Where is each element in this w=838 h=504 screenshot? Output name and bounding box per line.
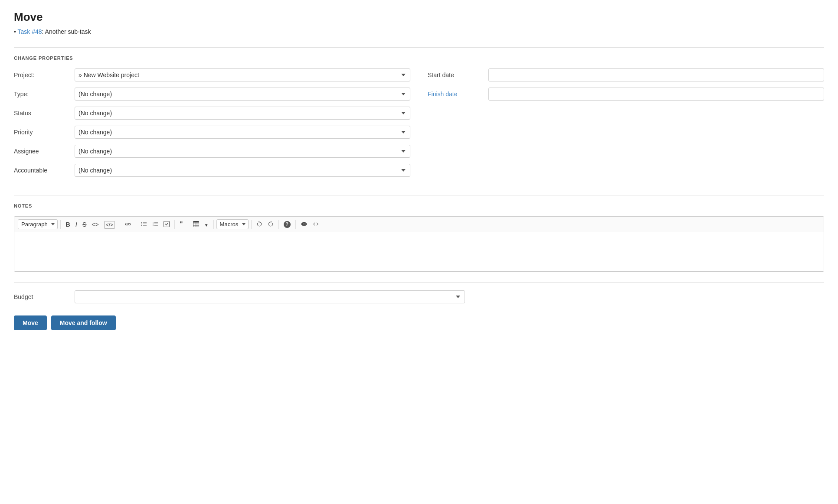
unordered-list-button[interactable] bbox=[139, 220, 149, 229]
priority-label: Priority bbox=[14, 129, 75, 136]
project-label: Project: bbox=[14, 72, 75, 78]
start-date-label: Start date bbox=[428, 72, 488, 78]
undo-icon bbox=[256, 221, 262, 228]
toolbar-sep-8 bbox=[278, 220, 279, 229]
section-divider bbox=[14, 47, 824, 48]
table-button[interactable] bbox=[191, 220, 201, 229]
budget-select[interactable] bbox=[75, 290, 465, 303]
code-block-button[interactable]: </> bbox=[102, 220, 117, 229]
table-icon bbox=[193, 221, 199, 228]
priority-field-row: Priority (No change) bbox=[14, 126, 410, 139]
assignee-select[interactable]: (No change) bbox=[75, 145, 410, 158]
accountable-control: (No change) bbox=[75, 164, 410, 177]
change-properties-section: CHANGE PROPERTIES Project: » New Website… bbox=[14, 55, 824, 183]
strikethrough-icon: S bbox=[82, 221, 86, 228]
start-date-input[interactable] bbox=[488, 68, 824, 81]
change-properties-header: CHANGE PROPERTIES bbox=[14, 55, 824, 61]
toolbar-sep-5 bbox=[188, 220, 188, 229]
assignee-control: (No change) bbox=[75, 145, 410, 158]
type-control: (No change) bbox=[75, 88, 410, 101]
notes-editor: Paragraph Heading 1 Heading 2 Heading 3 … bbox=[14, 216, 824, 272]
priority-select[interactable]: (No change) bbox=[75, 126, 410, 139]
right-column: Start date Finish date bbox=[428, 68, 824, 183]
source-icon bbox=[313, 221, 319, 228]
start-date-field-row: Start date bbox=[428, 68, 824, 81]
checklist-icon bbox=[164, 221, 170, 228]
toolbar-sep-6 bbox=[213, 220, 214, 229]
status-control: (No change) bbox=[75, 107, 410, 120]
assignee-label: Assignee bbox=[14, 148, 75, 155]
checklist-button[interactable] bbox=[161, 220, 172, 229]
ordered-list-button[interactable] bbox=[150, 220, 160, 229]
move-button[interactable]: Move bbox=[14, 315, 47, 330]
budget-row: Budget bbox=[14, 290, 824, 303]
code-inline-icon: <> bbox=[92, 221, 98, 228]
preview-button[interactable] bbox=[298, 220, 310, 229]
preview-icon bbox=[301, 221, 308, 228]
blockquote-button[interactable]: " bbox=[177, 220, 185, 229]
notes-divider bbox=[14, 195, 824, 195]
notes-header: NOTES bbox=[14, 203, 824, 208]
accountable-field-row: Accountable (No change) bbox=[14, 164, 410, 177]
status-label: Status bbox=[14, 110, 75, 117]
budget-label: Budget bbox=[14, 293, 75, 300]
toolbar-sep-3 bbox=[136, 220, 136, 229]
action-buttons: Move Move and follow bbox=[14, 315, 824, 330]
project-select[interactable]: » New Website project bbox=[75, 68, 410, 81]
code-inline-button[interactable]: <> bbox=[89, 220, 101, 229]
notes-editor-body[interactable] bbox=[14, 232, 824, 271]
type-select[interactable]: (No change) bbox=[75, 88, 410, 101]
blockquote-icon: " bbox=[180, 221, 183, 228]
toolbar-sep-7 bbox=[251, 220, 252, 229]
notes-section: NOTES Paragraph Heading 1 Heading 2 Head… bbox=[14, 203, 824, 272]
undo-button[interactable] bbox=[254, 220, 265, 229]
help-icon: ? bbox=[284, 221, 291, 228]
redo-button[interactable] bbox=[265, 220, 276, 229]
ordered-list-icon bbox=[152, 221, 158, 228]
type-label: Type: bbox=[14, 91, 75, 98]
table-dropdown-button[interactable]: ▼ bbox=[202, 220, 211, 229]
status-select[interactable]: (No change) bbox=[75, 107, 410, 120]
italic-icon: I bbox=[75, 221, 77, 228]
toolbar-sep-1 bbox=[60, 220, 61, 229]
bold-icon: B bbox=[65, 221, 70, 228]
move-and-follow-button[interactable]: Move and follow bbox=[51, 315, 116, 330]
help-button[interactable]: ? bbox=[282, 219, 293, 229]
source-button[interactable] bbox=[311, 220, 321, 229]
task-reference: • Task #48: Another sub-task bbox=[14, 28, 824, 35]
finish-date-input[interactable] bbox=[488, 88, 824, 101]
page-title: Move bbox=[14, 10, 824, 24]
macros-select[interactable]: Macros bbox=[216, 219, 249, 229]
table-dropdown-icon: ▼ bbox=[204, 223, 209, 228]
budget-select-wrap bbox=[75, 290, 465, 303]
budget-divider bbox=[14, 282, 824, 283]
status-field-row: Status (No change) bbox=[14, 107, 410, 120]
start-date-control bbox=[488, 68, 824, 81]
bold-button[interactable]: B bbox=[63, 220, 72, 229]
italic-button[interactable]: I bbox=[73, 220, 79, 229]
paragraph-style-select[interactable]: Paragraph Heading 1 Heading 2 Heading 3 bbox=[18, 219, 58, 229]
type-field-row: Type: (No change) bbox=[14, 88, 410, 101]
link-icon bbox=[125, 221, 131, 228]
link-button[interactable] bbox=[123, 220, 133, 229]
project-control: » New Website project bbox=[75, 68, 410, 81]
strikethrough-button[interactable]: S bbox=[80, 220, 88, 229]
assignee-field-row: Assignee (No change) bbox=[14, 145, 410, 158]
finish-date-label: Finish date bbox=[428, 91, 488, 98]
accountable-label: Accountable bbox=[14, 167, 75, 174]
properties-grid: Project: » New Website project Type: (No… bbox=[14, 68, 824, 183]
accountable-select[interactable]: (No change) bbox=[75, 164, 410, 177]
task-link[interactable]: Task #48 bbox=[18, 28, 42, 35]
toolbar-sep-2 bbox=[120, 220, 120, 229]
project-field-row: Project: » New Website project bbox=[14, 68, 410, 81]
finish-date-control bbox=[488, 88, 824, 101]
code-block-icon: </> bbox=[104, 221, 115, 229]
budget-section: Budget bbox=[14, 290, 824, 303]
toolbar-sep-4 bbox=[174, 220, 175, 229]
toolbar-sep-9 bbox=[295, 220, 296, 229]
unordered-list-icon bbox=[141, 221, 147, 228]
task-ref-text: : Another sub-task bbox=[42, 28, 91, 35]
left-column: Project: » New Website project Type: (No… bbox=[14, 68, 410, 183]
finish-date-field-row: Finish date bbox=[428, 88, 824, 101]
priority-control: (No change) bbox=[75, 126, 410, 139]
